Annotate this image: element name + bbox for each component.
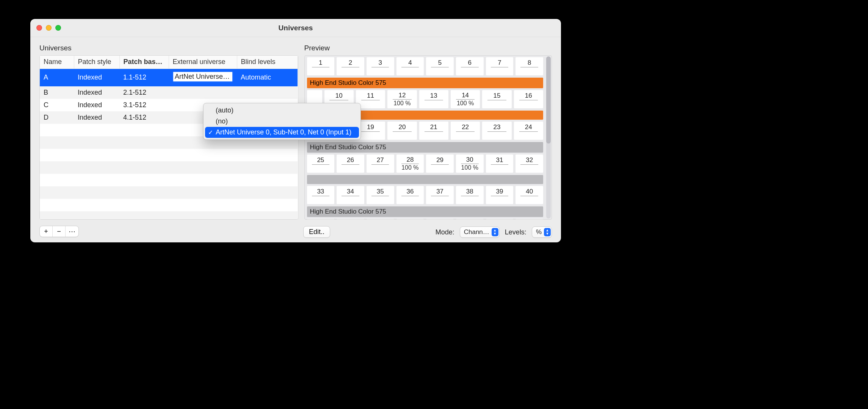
channel-cell[interactable]: 42 — [337, 219, 364, 219]
menu-item[interactable]: ✓ArtNet Universe 0, Sub-Net 0, Net 0 (In… — [205, 127, 359, 138]
universes-toolbar: + − ⋯ — [39, 226, 79, 237]
cell-name[interactable]: C — [40, 99, 74, 111]
add-button[interactable]: + — [40, 226, 53, 237]
channel-cell[interactable]: 3 — [367, 57, 394, 75]
fixture-bar-continuation[interactable] — [307, 175, 544, 184]
channel-cell[interactable]: 31 — [486, 155, 514, 173]
channel-cell[interactable]: 7 — [486, 57, 514, 75]
channel-cell[interactable]: 24 — [514, 122, 543, 140]
channel-cell[interactable]: 33 — [307, 186, 335, 204]
channel-cell[interactable]: 28100 % — [396, 155, 424, 173]
channel-cell[interactable]: 29 — [426, 155, 454, 173]
cell-name[interactable]: D — [40, 111, 74, 124]
channel-number: 36 — [401, 188, 419, 196]
external-universe-menu[interactable]: ✓(auto)✓(no)✓ArtNet Universe 0, Sub-Net … — [203, 103, 361, 140]
channel-number: 29 — [431, 156, 449, 164]
menu-item[interactable]: ✓(no) — [205, 116, 359, 127]
col-external-universe[interactable]: External universe — [169, 56, 237, 69]
channel-cell[interactable]: 13 — [419, 90, 448, 108]
channel-cell[interactable]: 36 — [396, 186, 424, 204]
channel-cell[interactable]: 16 — [514, 90, 543, 108]
channel-number: 30 — [461, 156, 479, 164]
channel-cell[interactable]: 20 — [387, 122, 417, 140]
channel-cell[interactable]: 8 — [515, 57, 543, 75]
external-universe-field[interactable]: ArtNet Universe 0,.. — [172, 71, 233, 82]
minimize-icon[interactable] — [46, 25, 52, 31]
channel-number: 13 — [425, 92, 443, 100]
menu-item[interactable]: ✓(auto) — [205, 105, 359, 116]
cell-base[interactable]: 1.1-512 — [119, 69, 169, 86]
mode-select[interactable]: Chann… ▲▼ — [460, 226, 500, 238]
scrollbar-thumb[interactable] — [546, 56, 551, 144]
cell-ext[interactable] — [169, 86, 237, 99]
levels-select[interactable]: % ▲▼ — [532, 226, 552, 238]
traffic-lights — [36, 25, 61, 31]
channel-cell[interactable]: 5 — [426, 57, 454, 75]
channel-cell[interactable]: 38 — [456, 186, 484, 204]
table-row[interactable]: AIndexed1.1-512ArtNet Universe 0,..Autom… — [40, 69, 298, 86]
col-name[interactable]: Name — [40, 56, 74, 69]
channel-cell[interactable]: 4 — [396, 57, 424, 75]
channel-cell[interactable]: 45 — [426, 219, 454, 219]
fixture-bar[interactable]: High End Studio Color 575 — [307, 142, 544, 153]
close-icon[interactable] — [36, 25, 42, 31]
col-blind-levels[interactable]: Blind levels — [237, 56, 298, 69]
fixture-bar[interactable]: High End Studio Color 575 — [307, 78, 544, 88]
cell-base[interactable]: 3.1-512 — [119, 99, 169, 111]
fixture-bar[interactable]: High End Studio Color 575 — [307, 206, 544, 217]
menu-item-label: ArtNet Universe 0, Sub-Net 0, Net 0 (Inp… — [216, 128, 351, 136]
col-patch-base[interactable]: Patch base ⌃ — [119, 56, 169, 69]
channel-cell[interactable]: 32 — [515, 155, 543, 173]
cell-style[interactable]: Indexed — [74, 111, 119, 124]
channel-cell[interactable]: 43 — [367, 219, 394, 219]
channel-cell[interactable]: 12100 % — [387, 90, 417, 108]
channel-cell[interactable]: 26 — [337, 155, 364, 173]
channel-cell[interactable]: 22 — [451, 122, 480, 140]
channel-cell[interactable]: 46 — [456, 219, 484, 219]
remove-button[interactable]: − — [53, 226, 66, 237]
channel-number: 26 — [342, 156, 359, 164]
table-row[interactable]: BIndexed2.1-512 — [40, 86, 298, 99]
channel-row: 4142434445464748 — [307, 219, 544, 219]
cell-blind[interactable]: Automatic — [237, 69, 298, 86]
channel-cell[interactable]: 44 — [396, 219, 424, 219]
channel-cell[interactable]: 30100 % — [456, 155, 484, 173]
cell-ext[interactable]: ArtNet Universe 0,.. — [169, 69, 237, 86]
cell-name[interactable]: B — [40, 86, 74, 99]
channel-value: 100 % — [401, 164, 418, 172]
channel-cell[interactable]: 27 — [367, 155, 394, 173]
channel-cell[interactable]: 40 — [515, 186, 543, 204]
channel-cell[interactable]: 37 — [426, 186, 454, 204]
actions-button[interactable]: ⋯ — [66, 226, 78, 237]
channel-cell[interactable]: 39 — [486, 186, 514, 204]
zoom-icon[interactable] — [55, 25, 61, 31]
cell-style[interactable]: Indexed — [74, 86, 119, 99]
channel-cell[interactable]: 23 — [482, 122, 511, 140]
edit-button[interactable]: Edit.. — [303, 226, 330, 238]
channel-cell[interactable]: 15 — [482, 90, 511, 108]
channel-number: 5 — [431, 59, 449, 67]
channel-number: 3 — [371, 59, 389, 67]
channel-cell[interactable]: 14100 % — [451, 90, 480, 108]
cell-blind[interactable] — [237, 86, 298, 99]
cell-style[interactable]: Indexed — [74, 99, 119, 111]
channel-cell[interactable]: 47 — [486, 219, 514, 219]
channel-cell[interactable]: 1 — [307, 57, 335, 75]
channel-cell[interactable]: 21 — [419, 122, 448, 140]
channel-cell[interactable]: 41 — [307, 219, 335, 219]
channel-cell[interactable]: 34 — [337, 186, 364, 204]
channel-cell[interactable]: 2 — [337, 57, 364, 75]
preview-scrollbar[interactable] — [546, 56, 551, 219]
cell-style[interactable]: Indexed — [74, 69, 119, 86]
channel-cell[interactable]: 25 — [307, 155, 335, 173]
cell-base[interactable]: 2.1-512 — [119, 86, 169, 99]
channel-cell[interactable]: 6 — [456, 57, 484, 75]
channel-number: 19 — [361, 123, 380, 131]
channel-cell[interactable]: 48 — [515, 219, 543, 219]
channel-number: 39 — [491, 188, 509, 196]
cell-base[interactable]: 4.1-512 — [119, 111, 169, 124]
cell-name[interactable]: A — [40, 69, 74, 86]
channel-number: 32 — [520, 156, 538, 164]
col-patch-style[interactable]: Patch style — [74, 56, 119, 69]
channel-cell[interactable]: 35 — [367, 186, 394, 204]
